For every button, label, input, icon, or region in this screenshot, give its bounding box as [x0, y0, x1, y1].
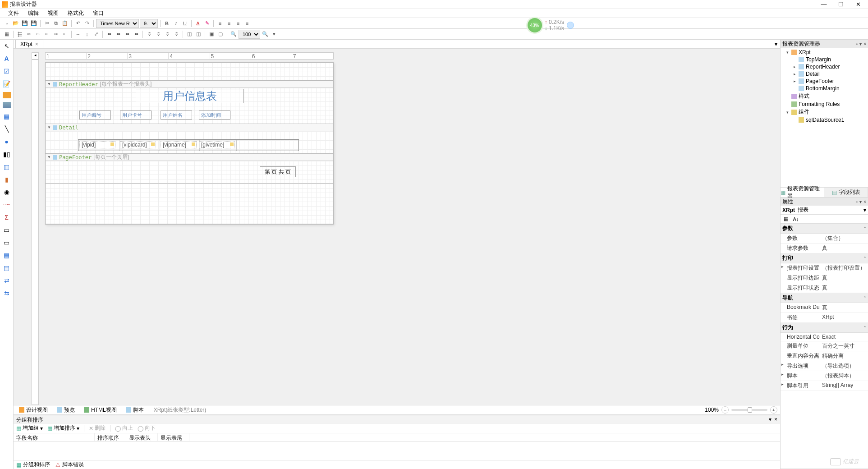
panel-dropdown-icon[interactable]: ▾	[769, 416, 772, 422]
collapse-icon[interactable]: ▼	[47, 155, 51, 159]
move-down-button[interactable]: ◯向下	[138, 424, 156, 432]
tab-dropdown-icon[interactable]: ▾	[772, 41, 780, 47]
tab-preview[interactable]: 预览	[54, 406, 78, 414]
collapse-icon[interactable]: ▼	[47, 125, 51, 129]
cell-vipidcard[interactable]: [vipidcard]	[120, 141, 156, 148]
tree-styles[interactable]: 样式	[781, 92, 868, 101]
tree-reportheader[interactable]: ▸ReportHeader	[781, 63, 868, 70]
crossband-line-tool[interactable]: ⇄	[2, 276, 11, 285]
grid-button[interactable]: ▦	[3, 30, 11, 38]
perf-icon[interactable]	[567, 22, 574, 29]
chart-tool[interactable]: ▮	[2, 175, 11, 184]
add-sort-button[interactable]: ▦增加排序▾	[47, 424, 79, 432]
panel-close-icon[interactable]: ×	[863, 41, 866, 46]
saveall-button[interactable]: 💾	[30, 19, 38, 28]
copy-button[interactable]: ⧉	[52, 19, 60, 28]
label-tool[interactable]: A	[2, 54, 11, 63]
pagefooter-band[interactable]: 第 页 共 页	[46, 161, 333, 184]
smarttag-icon[interactable]	[151, 143, 155, 146]
paste-button[interactable]: 📋	[61, 19, 69, 28]
close-button[interactable]: ✕	[854, 1, 863, 8]
add-group-button[interactable]: ▦增加组▾	[16, 424, 43, 432]
vspace-dec-icon[interactable]: ⇕	[163, 30, 171, 38]
zoom-in-icon[interactable]: 🔍	[261, 30, 269, 38]
property-object-selector[interactable]: XRpt 报表 ▾	[781, 206, 868, 215]
zoom-in-button[interactable]: +	[770, 406, 777, 414]
sparkline-tool[interactable]: 〰	[2, 200, 11, 209]
tree-detail[interactable]: ▸Detail	[781, 70, 868, 78]
tab-design[interactable]: 设计视图	[16, 406, 51, 414]
zoom-select[interactable]: 100%	[239, 30, 260, 39]
center-h-icon[interactable]: ◫	[185, 30, 193, 38]
zoom-out-icon[interactable]: 🔍	[230, 30, 238, 38]
zoom-slider[interactable]	[731, 409, 767, 411]
same-w-icon[interactable]: ↔	[74, 30, 82, 38]
undo-button[interactable]: ↶	[74, 19, 82, 28]
align-r-icon[interactable]: ⬳	[34, 30, 42, 38]
tab-html[interactable]: HTML视图	[81, 406, 119, 414]
same-both-icon[interactable]: ⤢	[92, 30, 100, 38]
tab-script-errors[interactable]: ⚠脚本错误	[55, 461, 84, 469]
zoom-out-button[interactable]: −	[721, 406, 729, 414]
bring-front-icon[interactable]: ▣	[207, 30, 216, 38]
header-cardno[interactable]: 用户卡号	[120, 110, 152, 120]
prop-categorized-icon[interactable]: ▦	[782, 216, 790, 223]
table-tool[interactable]: ▦	[2, 112, 11, 121]
align-m-icon[interactable]: ⬵	[52, 30, 60, 38]
tree-frules[interactable]: Formatting Rules	[781, 101, 868, 108]
underline-button[interactable]: U	[181, 19, 189, 28]
panel-window-icon[interactable]: ▫	[856, 199, 858, 204]
cell-vipname[interactable]: [vipname]	[161, 141, 197, 148]
tree-datasource[interactable]: sqlDataSource1	[781, 116, 868, 124]
property-grid[interactable]: 参数˄ 参数（集合） 请求参数真 打印˄ ▸报表打印设置（报表打印设置） 显示打…	[781, 224, 868, 469]
pivot-tool[interactable]: Σ	[2, 213, 11, 222]
report-title-label[interactable]: 用户信息表	[136, 89, 244, 103]
panel-pin-icon[interactable]: ▾	[859, 199, 862, 204]
tree-root[interactable]: ▾XRpt	[781, 49, 868, 56]
collapse-icon[interactable]: ▼	[47, 82, 51, 86]
cell-givetime[interactable]: [givetime]	[199, 141, 235, 148]
detail-band-header[interactable]: ▼ Detail	[46, 124, 333, 131]
tab-report-explorer[interactable]: ▦报表资源管理器	[781, 188, 824, 197]
menu-edit[interactable]: 编辑	[23, 9, 43, 17]
smarttag-icon[interactable]	[192, 143, 195, 146]
crossband-box-tool[interactable]: ⇆	[2, 289, 11, 298]
perf-percent[interactable]: 43%	[528, 18, 542, 32]
vspace-rm-icon[interactable]: ⇕	[172, 30, 180, 38]
align-t-icon[interactable]: ⬴	[43, 30, 51, 38]
subreport-tool[interactable]: ▭	[2, 225, 11, 234]
panel-close-icon[interactable]: ×	[774, 416, 777, 422]
hspace-inc-icon[interactable]: ⇔	[114, 30, 122, 38]
header-name[interactable]: 用户姓名	[161, 110, 192, 120]
cell-vipid[interactable]: [vipid]	[79, 141, 115, 148]
checkbox-tool[interactable]: ☑	[2, 67, 11, 76]
smarttag-icon[interactable]	[110, 143, 114, 146]
reportheader-band-header[interactable]: ▼ ReportHeader [每个报表一个报表头]	[46, 81, 333, 88]
backcolor-button[interactable]: ✎	[203, 19, 211, 28]
align-b-icon[interactable]: ⬶	[61, 30, 69, 38]
hspace-rm-icon[interactable]: ⇔	[132, 30, 140, 38]
menu-format[interactable]: 格式化	[63, 9, 88, 17]
vertical-ruler[interactable]	[32, 60, 39, 405]
tab-script[interactable]: 脚本	[123, 406, 147, 414]
detail-band[interactable]: [vipid] [vipidcard] [vipname] [givetime]	[46, 131, 333, 154]
redo-button[interactable]: ↷	[83, 19, 91, 28]
smarttag-icon[interactable]	[230, 143, 234, 146]
menu-window[interactable]: 窗口	[88, 9, 108, 17]
vspace-inc-icon[interactable]: ⇕	[154, 30, 162, 38]
new-button[interactable]: ▫	[3, 19, 11, 28]
same-h-icon[interactable]: ↕	[83, 30, 91, 38]
italic-button[interactable]: I	[172, 19, 180, 28]
pagefooter-band-header[interactable]: ▼ PageFooter [每页一个页眉]	[46, 154, 333, 161]
prop-az-icon[interactable]: A↓	[792, 216, 799, 223]
zoom-dd-icon[interactable]: ▾	[270, 30, 278, 38]
save-button[interactable]: 💾	[21, 19, 29, 28]
richtext-tool[interactable]: 📝	[2, 79, 11, 88]
report-page[interactable]: ▼ ReportHeader [每个报表一个报表头] 用户信息表 用户编号 用户…	[45, 62, 334, 225]
document-tab[interactable]: XRpt ×	[15, 40, 43, 48]
center-v-icon[interactable]: ◫	[194, 30, 202, 38]
delete-button[interactable]: ✕删除	[89, 424, 106, 432]
gauge-tool[interactable]: ◉	[2, 188, 11, 197]
toc-tool[interactable]: ▭	[2, 238, 11, 247]
move-up-button[interactable]: ◯向上	[115, 424, 133, 432]
